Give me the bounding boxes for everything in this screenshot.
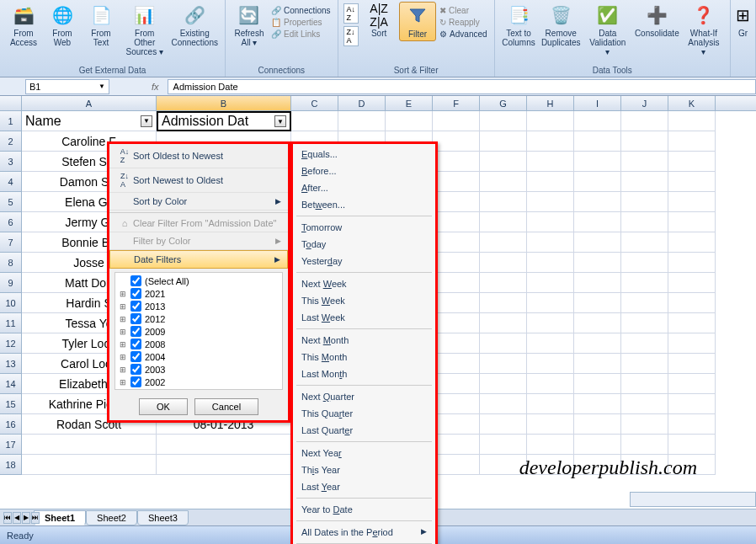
cell-G2[interactable] — [480, 131, 527, 152]
cell-A1[interactable]: Name▼ — [22, 111, 157, 131]
cell-J6[interactable] — [621, 212, 668, 232]
sheet-tab[interactable]: Sheet1 — [34, 510, 86, 525]
cell-F3[interactable] — [433, 152, 480, 172]
cell-J16[interactable] — [621, 414, 668, 435]
row-header[interactable]: 16 — [0, 414, 22, 435]
select-all-corner[interactable] — [0, 96, 22, 110]
cell-K9[interactable] — [668, 273, 716, 293]
filter-values-list[interactable]: (Select All) ⊞2021⊞2013⊞2012⊞2009⊞2008⊞2… — [114, 272, 283, 390]
sort-asc-button[interactable]: A↓Z — [343, 3, 359, 24]
cell-K3[interactable] — [668, 152, 716, 172]
sort-newest-item[interactable]: Z↓ASort Newest to Oldest — [109, 168, 288, 193]
filter-button[interactable]: Filter — [399, 2, 436, 41]
cell-G9[interactable] — [480, 273, 527, 293]
cell-I10[interactable] — [574, 293, 621, 313]
cell-A17[interactable] — [22, 435, 157, 455]
cell-G4[interactable] — [480, 172, 527, 192]
row-header[interactable]: 14 — [0, 374, 22, 394]
filter-dropdown-icon[interactable]: ▼ — [274, 115, 286, 127]
filter-select-all[interactable]: (Select All) — [117, 275, 280, 287]
cell-I15[interactable] — [574, 394, 621, 414]
submenu-item[interactable]: After... — [293, 179, 435, 196]
cell-J10[interactable] — [621, 293, 668, 313]
cell-G7[interactable] — [480, 232, 527, 253]
column-header-J[interactable]: J — [621, 96, 668, 110]
filter-year-item[interactable]: ⊞2008 — [117, 338, 280, 350]
cell-B1[interactable]: Admission Dat▼ — [157, 111, 291, 131]
column-header-B[interactable]: B — [157, 96, 291, 110]
ext-data-button-1[interactable]: 🌐From Web — [44, 2, 81, 49]
data-tool-button-0[interactable]: 📑Text to Columns — [500, 2, 538, 49]
tab-nav-last[interactable]: ⏭ — [31, 512, 40, 524]
cell-H9[interactable] — [527, 273, 574, 293]
cell-G13[interactable] — [480, 354, 527, 374]
row-header[interactable]: 8 — [0, 253, 22, 273]
submenu-item[interactable]: Next Year — [293, 445, 435, 461]
cell-J9[interactable] — [621, 273, 668, 293]
row-header[interactable]: 5 — [0, 192, 22, 212]
submenu-item[interactable]: Between... — [293, 196, 435, 213]
submenu-item[interactable]: This Month — [293, 349, 435, 365]
submenu-item[interactable]: Today — [293, 236, 435, 253]
sort-desc-button[interactable]: Z↓A — [343, 26, 359, 46]
cell-K15[interactable] — [668, 394, 716, 414]
filter-year-item[interactable]: ⊞2000 — [117, 388, 280, 390]
submenu-item[interactable]: Next Week — [293, 275, 435, 292]
cell-H13[interactable] — [527, 354, 574, 374]
column-header-A[interactable]: A — [22, 96, 157, 110]
data-tool-button-4[interactable]: ❓What-If Analysis ▾ — [683, 2, 725, 58]
data-tool-button-3[interactable]: ➕Consolidate — [633, 2, 681, 40]
cell-H2[interactable] — [527, 131, 574, 152]
cell-I4[interactable] — [574, 172, 621, 192]
cell-B18[interactable] — [157, 455, 291, 475]
submenu-item[interactable]: Before... — [293, 163, 435, 179]
column-header-K[interactable]: K — [668, 96, 716, 110]
cell-H7[interactable] — [527, 232, 574, 253]
tab-nav-prev[interactable]: ◀ — [13, 512, 21, 524]
cell-I13[interactable] — [574, 354, 621, 374]
cell-F17[interactable] — [433, 435, 480, 455]
cell-F8[interactable] — [433, 253, 480, 273]
cell-F14[interactable] — [433, 374, 480, 394]
cell-F4[interactable] — [433, 172, 480, 192]
ext-data-button-2[interactable]: 📄From Text — [83, 2, 120, 49]
ok-button[interactable]: OK — [139, 398, 188, 415]
cell-G3[interactable] — [480, 152, 527, 172]
cell-F15[interactable] — [433, 394, 480, 414]
cell-J13[interactable] — [621, 354, 668, 374]
row-header[interactable]: 3 — [0, 152, 22, 172]
column-header-E[interactable]: E — [386, 96, 433, 110]
cell-H16[interactable] — [527, 414, 574, 435]
cell-F2[interactable] — [433, 131, 480, 152]
submenu-item[interactable]: All Dates in the Period▶ — [293, 524, 435, 541]
ext-data-button-0[interactable]: 🗃️From Access — [5, 2, 42, 49]
cell-J4[interactable] — [621, 172, 668, 192]
cell-I11[interactable] — [574, 313, 621, 333]
cell-F5[interactable] — [433, 192, 480, 212]
cell-G6[interactable] — [480, 212, 527, 232]
cell-I12[interactable] — [574, 333, 621, 354]
reapply-button[interactable]: ↻Reapply — [438, 17, 488, 28]
cell-H12[interactable] — [527, 333, 574, 354]
submenu-item[interactable]: Last Month — [293, 365, 435, 382]
edit-links-button[interactable]: 🔗Edit Links — [269, 29, 333, 40]
cell-I3[interactable] — [574, 152, 621, 172]
cell-H4[interactable] — [527, 172, 574, 192]
cell-K2[interactable] — [668, 131, 716, 152]
cell-K7[interactable] — [668, 232, 716, 253]
column-header-G[interactable]: G — [480, 96, 527, 110]
submenu-item[interactable]: Equals... — [293, 146, 435, 163]
filter-year-item[interactable]: ⊞2021 — [117, 287, 280, 300]
cell-J14[interactable] — [621, 374, 668, 394]
cell-K4[interactable] — [668, 172, 716, 192]
row-header[interactable]: 18 — [0, 455, 22, 475]
cell-J12[interactable] — [621, 333, 668, 354]
cell-I6[interactable] — [574, 212, 621, 232]
column-header-I[interactable]: I — [574, 96, 621, 110]
row-header[interactable]: 15 — [0, 394, 22, 414]
cell-J11[interactable] — [621, 313, 668, 333]
advanced-filter-button[interactable]: ⚙Advanced — [438, 29, 488, 40]
cell-G1[interactable] — [480, 111, 527, 131]
filter-year-item[interactable]: ⊞2013 — [117, 300, 280, 312]
group-button[interactable]: ⊞Gr — [725, 2, 757, 40]
